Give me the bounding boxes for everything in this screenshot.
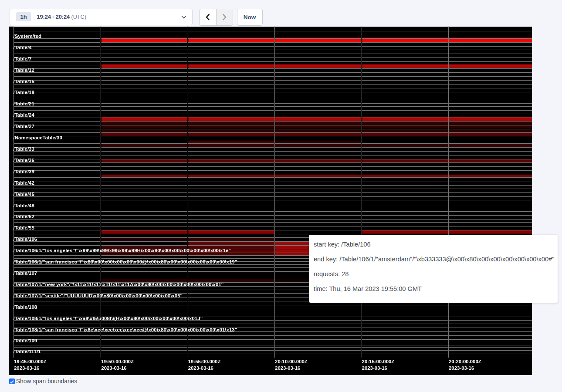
svg-text:/Table/42: /Table/42: [14, 180, 34, 186]
svg-text:/Table/48: /Table/48: [14, 203, 35, 208]
svg-text:19:55:00.000Z: 19:55:00.000Z: [188, 359, 221, 364]
svg-text:/Table/45: /Table/45: [14, 192, 35, 197]
svg-text:20:15:00.000Z: 20:15:00.000Z: [362, 359, 395, 364]
svg-text:19:50:00.000Z: 19:50:00.000Z: [101, 359, 134, 364]
svg-text:2023-03-16: 2023-03-16: [188, 365, 213, 371]
svg-text:19:45:00.000Z: 19:45:00.000Z: [14, 359, 47, 364]
svg-text:/Table/24: /Table/24: [14, 112, 35, 118]
svg-text:/Table/109: /Table/109: [14, 338, 37, 343]
svg-text:20:10:00.000Z: 20:10:00.000Z: [275, 359, 308, 364]
svg-text:/Table/107: /Table/107: [14, 270, 37, 276]
svg-text:/Table/111/1: /Table/111/1: [14, 349, 41, 354]
svg-text:/Table/106/1/"los angeles"/"\x: /Table/106/1/"los angeles"/"\x99\x99\x99…: [14, 248, 231, 253]
svg-text:/Table/36: /Table/36: [14, 158, 34, 163]
svg-text:/Table/21: /Table/21: [14, 101, 35, 106]
svg-text:/Table/7: /Table/7: [14, 56, 32, 61]
svg-text:2023-03-16: 2023-03-16: [14, 365, 39, 371]
svg-text:2023-03-16: 2023-03-16: [449, 365, 474, 371]
svg-text:/Table/12: /Table/12: [14, 68, 34, 73]
svg-text:/Table/18: /Table/18: [14, 90, 35, 95]
svg-text:2023-03-16: 2023-03-16: [101, 365, 126, 371]
svg-text:/NamespaceTable/30: /NamespaceTable/30: [14, 135, 62, 140]
svg-text:/Table/108/1/"los angeles"/"\x: /Table/108/1/"los angeles"/"\xa8\xf5\u00…: [14, 316, 203, 321]
svg-text:/Table/15: /Table/15: [14, 79, 35, 84]
svg-text:/System/tsd: /System/tsd: [14, 34, 42, 39]
svg-text:/Table/52: /Table/52: [14, 214, 34, 219]
svg-text:/Table/108/1/"san francisco"/": /Table/108/1/"san francisco"/"\x8c\xcc\x…: [14, 327, 237, 332]
svg-text:/Table/55: /Table/55: [14, 225, 35, 230]
svg-text:/Table/39: /Table/39: [14, 169, 34, 174]
svg-text:/Table/107/1/"seattle"/"UUUUUU: /Table/107/1/"seattle"/"UUUUUUD\x00\x80\…: [14, 293, 183, 298]
svg-text:/Table/27: /Table/27: [14, 124, 34, 129]
svg-text:20:20:00.000Z: 20:20:00.000Z: [449, 359, 481, 364]
svg-text:/Table/33: /Table/33: [14, 146, 34, 152]
svg-text:/Table/107/1/"new york"/"\x11\: /Table/107/1/"new york"/"\x11\x11\x11\x1…: [14, 282, 224, 287]
svg-text:/Table/106/1/"san francisco"/": /Table/106/1/"san francisco"/"\x80\x00\x…: [14, 259, 237, 264]
svg-text:/Table/108: /Table/108: [14, 304, 37, 310]
svg-text:2023-03-16: 2023-03-16: [275, 365, 300, 371]
svg-text:/Table/4: /Table/4: [14, 45, 32, 50]
svg-text:/Table/106: /Table/106: [14, 237, 37, 242]
svg-text:2023-03-16: 2023-03-16: [362, 365, 387, 371]
